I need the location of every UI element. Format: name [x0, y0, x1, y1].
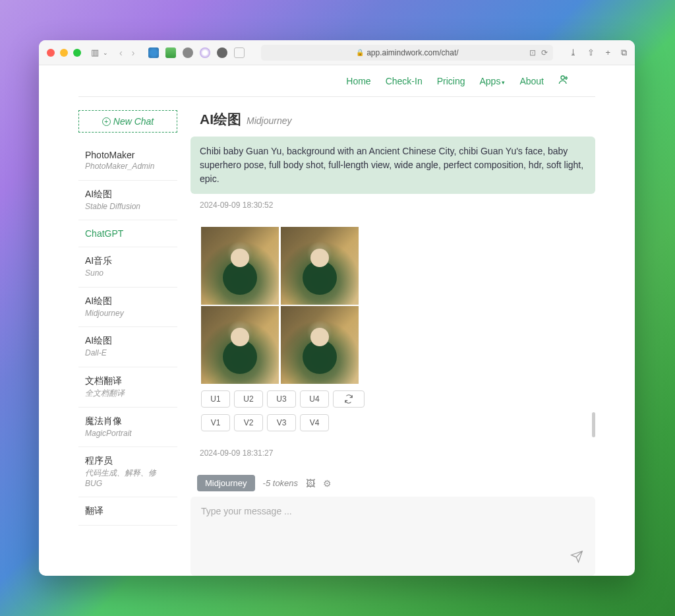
share-icon[interactable]: ⇧	[587, 47, 595, 58]
sidebar-toggle-icon[interactable]: ▥	[91, 47, 99, 57]
message-input[interactable]	[201, 506, 585, 559]
ext-icon-5[interactable]	[217, 47, 227, 58]
sidebar-item[interactable]: 翻译	[78, 497, 177, 526]
sidebar-item-sub: 全文档翻译	[85, 388, 171, 399]
chevron-down-icon: ▾	[502, 79, 505, 86]
ext-icon-3[interactable]	[183, 47, 193, 58]
traffic-lights	[47, 49, 81, 57]
top-nav: Home Check-In Pricing Apps▾ About	[78, 65, 595, 97]
lock-icon: 🔒	[356, 49, 364, 56]
generated-image-4[interactable]	[281, 306, 359, 384]
gear-icon[interactable]: ⚙	[323, 478, 332, 489]
scrollbar[interactable]	[592, 412, 595, 437]
sidebar-item[interactable]: 文档翻译全文档翻译	[78, 367, 177, 408]
sidebar-item[interactable]: 魔法肖像MagicPortrait	[78, 408, 177, 448]
nav-apps[interactable]: Apps▾	[479, 76, 505, 86]
user-prompt: Chibi baby Guan Yu, background with an A…	[191, 137, 595, 194]
back-icon[interactable]: ‹	[119, 47, 123, 58]
new-chat-button[interactable]: + New Chat	[78, 110, 177, 133]
ext-icon-4[interactable]	[200, 47, 210, 58]
sidebar-item-sub: PhotoMaker_Admin	[85, 162, 171, 172]
sidebar-item-sub: Suno	[85, 268, 171, 279]
forward-icon[interactable]: ›	[132, 47, 135, 58]
chevron-down-icon[interactable]: ⌄	[103, 49, 108, 56]
address-bar[interactable]: 🔒 app.aimindwork.com/chat/ ⊡ ⟳	[261, 45, 553, 61]
upscale-button[interactable]: U3	[267, 390, 296, 408]
sidebar-item[interactable]: AI音乐Suno	[78, 247, 177, 288]
timestamp-2: 2024-09-09 18:31:27	[200, 448, 595, 458]
chat-panel: AI绘图 Midjourney Chibi baby Guan Yu, back…	[191, 110, 595, 576]
sidebar-item-sub: Dall-E	[85, 348, 171, 359]
sidebar-item[interactable]: AI绘图Stable Diffusion	[78, 181, 177, 221]
sidebar-item-sub: 代码生成、解释、修BUG	[85, 468, 171, 489]
nav-about[interactable]: About	[519, 76, 544, 86]
browser-window: ▥ ⌄ ‹ › 🔒 app.aimindwork.com/chat/ ⊡ ⟳ ⤓…	[39, 40, 635, 576]
variation-button[interactable]: V3	[267, 414, 296, 431]
sidebar-item[interactable]: AI绘图Midjourney	[78, 288, 177, 328]
translate-icon[interactable]: ⊡	[529, 48, 536, 57]
sidebar-item-sub: MagicPortrait	[85, 429, 171, 439]
ext-icon-2[interactable]	[165, 47, 176, 58]
sidebar-item[interactable]: 程序员代码生成、解释、修BUG	[78, 447, 177, 497]
sidebar-item-title: 魔法肖像	[85, 416, 171, 427]
svg-point-0	[561, 76, 564, 79]
sidebar-item-title: ChatGPT	[85, 228, 171, 239]
input-toolbar: Midjourney -5 tokens 🖼 ⚙	[191, 470, 595, 497]
maximize-window[interactable]	[73, 49, 81, 57]
plus-icon: +	[102, 117, 111, 126]
send-button[interactable]	[570, 550, 583, 567]
generated-image-3[interactable]	[201, 306, 279, 384]
image-grid	[201, 227, 359, 384]
upscale-button[interactable]: U2	[234, 390, 263, 408]
model-chip[interactable]: Midjourney	[197, 475, 255, 491]
chat-header: AI绘图 Midjourney	[191, 110, 595, 129]
variation-button[interactable]: V4	[300, 414, 329, 431]
sidebar-item-sub: Midjourney	[85, 309, 171, 319]
upscale-button[interactable]: U1	[201, 390, 230, 408]
close-window[interactable]	[47, 49, 55, 57]
nav-checkin[interactable]: Check-In	[386, 76, 423, 86]
chat-scroll[interactable]: Chibi baby Guan Yu, background with an A…	[191, 137, 595, 467]
ext-icon-1[interactable]	[148, 47, 159, 58]
timestamp-1: 2024-09-09 18:30:52	[200, 200, 595, 210]
sidebar-item-title: 翻译	[85, 505, 171, 517]
variation-button[interactable]: V1	[201, 414, 230, 431]
nav-home[interactable]: Home	[346, 76, 370, 86]
sidebar-item-title: AI绘图	[85, 295, 171, 307]
reload-icon[interactable]: ⟳	[541, 48, 548, 57]
new-chat-label: New Chat	[113, 116, 154, 127]
extension-icons	[148, 47, 245, 58]
svg-point-1	[566, 77, 568, 79]
minimize-window[interactable]	[60, 49, 68, 57]
generated-image-2[interactable]	[281, 227, 359, 305]
token-info: -5 tokens	[263, 478, 298, 488]
response-card: U1U2U3U4 V1V2V3V4	[191, 216, 595, 442]
nav-pricing[interactable]: Pricing	[437, 76, 465, 86]
chat-title: AI绘图	[200, 110, 241, 129]
new-tab-icon[interactable]: +	[605, 47, 610, 58]
variation-button[interactable]: V2	[234, 414, 263, 431]
sidebar-item-title: 文档翻译	[85, 375, 171, 387]
upscale-button[interactable]: U4	[300, 390, 329, 408]
input-area: Midjourney -5 tokens 🖼 ⚙	[191, 470, 595, 576]
sidebar-item-title: AI绘图	[85, 189, 171, 200]
sidebar-item[interactable]: AI绘图Dall-E	[78, 327, 177, 367]
url-text: app.aimindwork.com/chat/	[367, 48, 458, 57]
sidebar-item-sub: Stable Diffusion	[85, 202, 171, 212]
main-area: + New Chat PhotoMakerPhotoMaker_AdminAI绘…	[39, 97, 635, 576]
generated-image-1[interactable]	[201, 227, 279, 305]
sidebar-item[interactable]: PhotoMakerPhotoMaker_Admin	[78, 142, 177, 181]
sidebar-item[interactable]: ChatGPT	[78, 220, 177, 247]
titlebar: ▥ ⌄ ‹ › 🔒 app.aimindwork.com/chat/ ⊡ ⟳ ⤓…	[39, 40, 635, 65]
sidebar-item-title: AI音乐	[85, 255, 171, 267]
chat-subtitle: Midjourney	[247, 115, 291, 126]
user-icon[interactable]	[558, 75, 569, 88]
tabs-icon[interactable]: ⧉	[621, 47, 627, 58]
downloads-icon[interactable]: ⤓	[570, 47, 577, 58]
sidebar: + New Chat PhotoMakerPhotoMaker_AdminAI绘…	[78, 110, 177, 576]
sidebar-item-title: AI绘图	[85, 335, 171, 347]
image-icon[interactable]: 🖼	[306, 478, 315, 489]
reroll-button[interactable]	[333, 390, 365, 408]
sidebar-item-title: 程序员	[85, 455, 171, 467]
ext-icon-6[interactable]	[234, 47, 245, 58]
